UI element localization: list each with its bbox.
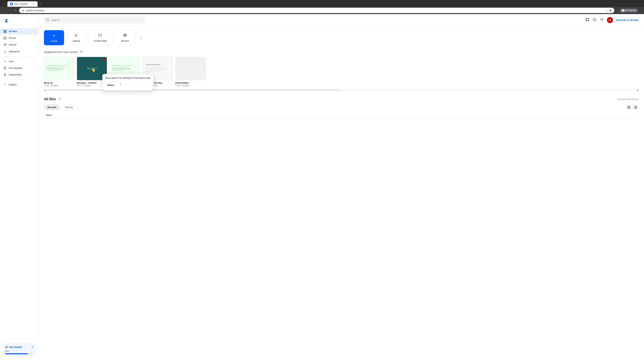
svg-rect-39 <box>636 107 637 109</box>
header: ? LD Trial ends in 29 days <box>38 14 644 26</box>
sidebar-item-less[interactable]: Less <box>0 58 38 64</box>
list-view-button[interactable] <box>626 105 632 110</box>
all-files-title: All files <box>44 96 62 102</box>
search-icon <box>46 18 49 22</box>
create-folder-icon <box>98 33 102 38</box>
help-button[interactable]: ? <box>592 17 597 23</box>
grid-view-button[interactable] <box>632 105 639 110</box>
tab-list-button[interactable]: ⌄ <box>1 2 6 6</box>
sidebar-item-file-requests[interactable]: File requests <box>0 65 38 71</box>
all-files-settings-button[interactable] <box>58 96 62 102</box>
upload-icon <box>74 33 78 38</box>
scroll-left-arrow[interactable]: ◀ <box>44 89 46 91</box>
action-row: + Create Upload <box>44 30 639 45</box>
sidebar-item-folders[interactable]: Folders <box>0 81 38 88</box>
search-bar <box>44 17 144 23</box>
upload-button[interactable]: Upload <box>66 30 86 45</box>
apps-button[interactable] <box>585 17 590 23</box>
svg-point-26 <box>124 34 126 36</box>
svg-rect-34 <box>628 107 630 108</box>
record-icon <box>123 33 127 38</box>
tooltip-more-button[interactable] <box>118 82 124 88</box>
new-tab-button[interactable]: + <box>38 2 43 6</box>
get-started-title: 🚀 Get started <box>5 346 22 349</box>
app-container: All files Photos <box>0 14 644 362</box>
svg-rect-38 <box>634 107 636 109</box>
get-started-card[interactable]: 🚀 Get started ∧ 80% <box>3 343 36 357</box>
more-actions-button[interactable] <box>137 34 145 42</box>
sidebar-item-signatures[interactable]: Signatures <box>0 48 38 55</box>
svg-rect-21 <box>588 20 589 21</box>
svg-point-41 <box>120 84 121 85</box>
browser-chrome: ⌄ Files - Dropbox × + ← → ↻ 🔒 dropbox.co… <box>0 0 644 14</box>
avatar[interactable]: LD <box>607 17 613 23</box>
tab-recents[interactable]: Recents <box>44 104 60 110</box>
progress-bar-container <box>5 353 33 354</box>
apps-menu-icon[interactable]: ⋯ <box>616 9 618 12</box>
back-button[interactable]: ← <box>2 8 7 13</box>
all-files-header: All files Only you have access <box>44 96 639 102</box>
moodjoy-slide-text: Moodjoy <box>87 67 97 70</box>
tooltip-share-button[interactable]: Share <box>105 83 116 87</box>
active-tab[interactable]: Files - Dropbox × <box>8 1 38 7</box>
tab-back-fwd: ⌄ <box>1 2 6 6</box>
folders-expand-icon <box>3 83 7 86</box>
svg-rect-3 <box>5 31 6 33</box>
file-card-thumb-book1 <box>44 57 74 80</box>
progress-bar-fill <box>5 353 28 354</box>
lock-icon: 🔒 <box>22 9 24 12</box>
svg-rect-2 <box>4 31 5 33</box>
svg-rect-13 <box>4 74 6 76</box>
progress-label: 80% <box>5 350 33 353</box>
svg-rect-0 <box>4 30 5 31</box>
sidebar-item-shared[interactable]: Shared <box>0 41 38 48</box>
svg-point-6 <box>4 44 5 45</box>
sidebar-item-photos[interactable]: Photos <box>0 35 38 41</box>
svg-rect-35 <box>628 108 630 109</box>
address-bar[interactable]: 🔒 dropbox.com/home ☆ ▦ <box>19 8 614 13</box>
browser-more-icon[interactable]: ⋮ <box>639 9 642 12</box>
file-card-meta-book1: XLSX · Dropbox <box>44 84 74 87</box>
svg-point-31 <box>81 51 82 52</box>
svg-line-17 <box>48 20 49 21</box>
files-table: Name ↑ <box>44 112 639 118</box>
tab-close-button[interactable]: × <box>32 2 35 6</box>
view-toggle <box>626 105 639 110</box>
sidebar-item-deleted-files[interactable]: Deleted files <box>0 71 38 78</box>
file-card-name-presentation: Presentation <box>176 82 206 84</box>
tab-starred[interactable]: Starred <box>62 104 76 110</box>
svg-rect-1 <box>5 30 6 31</box>
svg-text:?: ? <box>594 18 595 21</box>
svg-point-28 <box>141 37 141 38</box>
bookmark-icon[interactable]: ☆ <box>606 9 608 12</box>
sidebar-item-label-folders: Folders <box>9 83 16 86</box>
scroll-right-arrow[interactable]: ▶ <box>637 89 639 91</box>
trial-badge[interactable]: Trial ends in 29 days <box>616 19 639 21</box>
nav-controls: ← → ↻ <box>2 8 18 13</box>
split-screen-icon[interactable]: ▦ <box>609 9 612 12</box>
file-card-presentation[interactable]: Presentation PPTX · Dropbox <box>176 57 206 87</box>
forward-button[interactable]: → <box>8 8 12 13</box>
sidebar-item-label-less: Less <box>9 60 14 63</box>
get-started-collapse-button[interactable]: ∧ <box>31 346 33 349</box>
create-folder-button[interactable]: Create folder <box>88 30 113 45</box>
svg-point-27 <box>141 36 141 37</box>
svg-point-42 <box>120 85 121 86</box>
main-content: ? LD Trial ends in 29 days + Cr <box>38 14 644 362</box>
shared-icon <box>3 43 7 46</box>
create-button[interactable]: + Create <box>44 30 64 45</box>
file-card-thumb-presentation <box>176 57 206 80</box>
record-button[interactable]: Record <box>115 30 135 45</box>
photos-icon <box>3 36 7 40</box>
tooltip-actions: Share <box>102 81 153 90</box>
sidebar-item-all-files[interactable]: All files <box>0 28 38 34</box>
sidebar: All files Photos <box>0 14 38 362</box>
column-name[interactable]: Name ↑ <box>44 112 639 118</box>
file-card-book1[interactable]: Book (1) XLSX · Dropbox <box>44 57 74 87</box>
search-input[interactable] <box>44 17 144 23</box>
eye-icon[interactable] <box>80 50 83 54</box>
notifications-button[interactable] <box>600 17 604 23</box>
refresh-button[interactable]: ↻ <box>13 8 18 13</box>
url-text: dropbox.com/home <box>26 9 44 12</box>
tooltip-arrow <box>126 90 130 92</box>
